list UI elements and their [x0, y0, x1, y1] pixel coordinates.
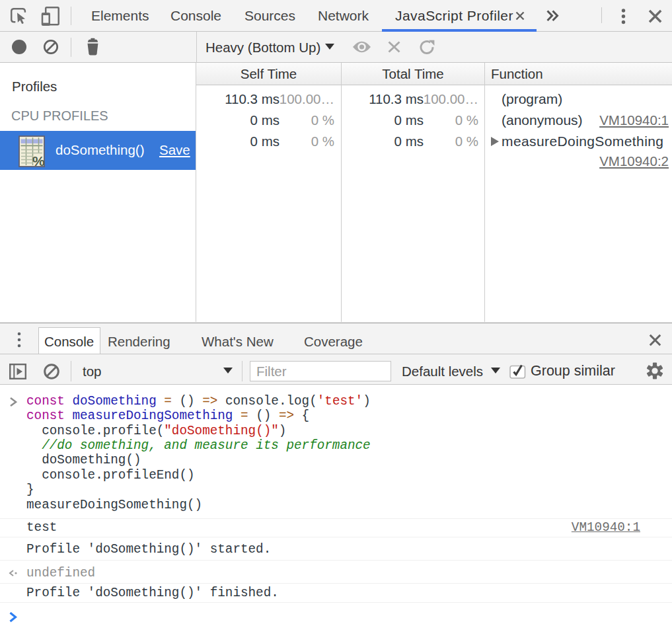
svg-text:%: %	[32, 153, 45, 168]
